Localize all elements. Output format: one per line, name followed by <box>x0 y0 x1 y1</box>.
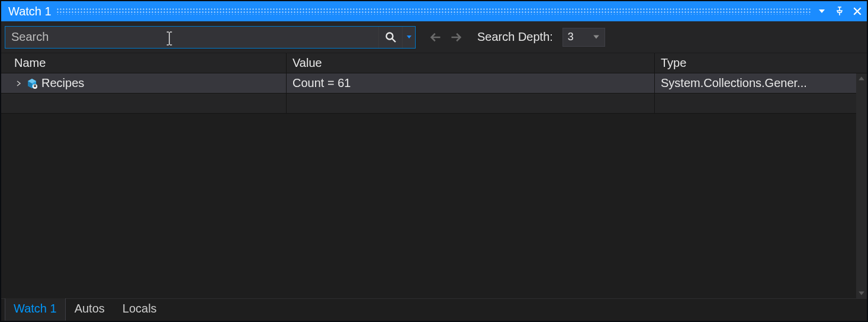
search-options-dropdown[interactable] <box>402 27 415 48</box>
column-header-type[interactable]: Type <box>655 53 867 73</box>
titlebar-controls <box>816 5 863 17</box>
search-depth-value: 3 <box>568 31 574 43</box>
window-options-dropdown[interactable] <box>816 5 828 17</box>
tab-watch1[interactable]: Watch 1 <box>5 298 66 321</box>
toolbar: Search Depth: 3 <box>1 21 867 53</box>
tab-locals[interactable]: Locals <box>114 298 166 321</box>
grid-body: Recipes Count = 61 System.Collections.Ge… <box>1 73 867 298</box>
svg-point-0 <box>386 33 393 39</box>
table-row-empty[interactable] <box>1 94 867 114</box>
table-row[interactable]: Recipes Count = 61 System.Collections.Ge… <box>1 73 867 94</box>
cell-value-empty <box>287 94 655 114</box>
scroll-up-icon[interactable] <box>857 75 866 83</box>
object-icon <box>26 78 38 89</box>
search-box <box>5 26 416 49</box>
cell-name-empty[interactable] <box>1 94 287 114</box>
next-result-button[interactable] <box>448 29 464 46</box>
cell-type: System.Collections.Gener... <box>655 73 867 94</box>
search-input[interactable] <box>5 27 378 48</box>
tab-autos[interactable]: Autos <box>66 298 114 321</box>
watch-window: Watch 1 <box>0 0 868 322</box>
search-nav <box>427 29 464 46</box>
grid-header: Name Value Type <box>1 53 867 73</box>
cell-name: Recipes <box>1 73 287 94</box>
close-icon[interactable] <box>851 5 863 17</box>
vertical-scrollbar[interactable] <box>856 73 867 298</box>
prev-result-button[interactable] <box>427 29 444 46</box>
row-name: Recipes <box>41 76 84 90</box>
bottom-tabstrip: Watch 1 Autos Locals <box>1 298 867 321</box>
titlebar: Watch 1 <box>1 1 867 21</box>
row-value: Count = 61 <box>292 76 351 90</box>
window-title: Watch 1 <box>8 5 52 18</box>
scroll-down-icon[interactable] <box>857 289 866 297</box>
row-type: System.Collections.Gener... <box>661 76 807 90</box>
pin-icon[interactable] <box>834 5 846 17</box>
search-icon[interactable] <box>378 27 402 48</box>
column-header-value[interactable]: Value <box>287 53 655 73</box>
titlebar-grip[interactable] <box>56 8 811 15</box>
search-depth-label: Search Depth: <box>477 30 553 44</box>
column-header-name[interactable]: Name <box>1 53 287 73</box>
cell-type-empty <box>655 94 867 114</box>
watch-grid: Name Value Type <box>1 53 867 298</box>
cell-value: Count = 61 <box>287 73 655 94</box>
search-depth-select[interactable]: 3 <box>562 28 605 47</box>
expand-icon[interactable] <box>14 79 22 88</box>
